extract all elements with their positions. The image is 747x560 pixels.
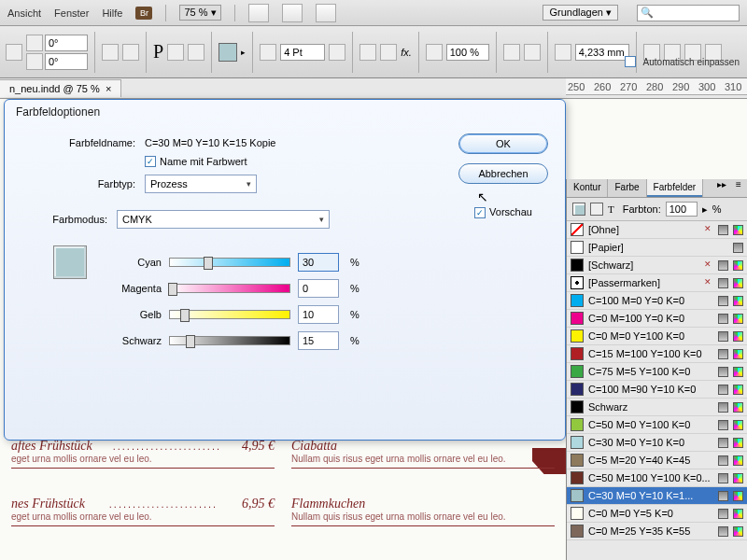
zoom-level[interactable]: 75 % ▾ <box>179 5 220 21</box>
container-icon[interactable] <box>590 203 603 216</box>
cyan-input[interactable] <box>298 253 339 272</box>
swatch-row[interactable]: C=0 M=0 Y=5 K=0 <box>567 505 747 523</box>
color-mode-b-icon <box>733 438 743 448</box>
tint-arrow-icon[interactable]: ▸ <box>702 203 708 216</box>
tint-input[interactable] <box>666 202 698 217</box>
black-input[interactable] <box>298 331 339 350</box>
name-with-value-checkbox[interactable] <box>145 156 156 167</box>
swatch-row[interactable]: C=5 M=20 Y=40 K=45 <box>567 452 747 469</box>
color-mode-b-icon <box>733 402 743 413</box>
color-mode-b-icon <box>733 420 743 430</box>
rotate-input[interactable] <box>45 35 88 51</box>
panel-tabstrip: Kontur Farbe Farbfelder ▸▸ ≡ <box>567 179 747 198</box>
swatch-name: [Ohne] <box>588 224 698 235</box>
view-mode-2-icon[interactable] <box>282 4 303 22</box>
swatch-row[interactable]: C=15 M=100 Y=100 K=0 <box>567 345 747 363</box>
stroke-weight-input[interactable] <box>280 44 325 61</box>
chevron-right-icon[interactable]: ▸ <box>241 48 246 57</box>
swatch-row[interactable]: C=50 M=100 Y=100 K=0... <box>567 469 747 487</box>
shear-icon[interactable] <box>26 53 43 70</box>
color-mode-b-icon <box>733 473 743 483</box>
swatch-chip <box>571 489 584 502</box>
crop-icon[interactable] <box>555 44 571 61</box>
fill-swatch[interactable] <box>218 43 237 62</box>
swatch-row[interactable]: C=30 M=0 Y=10 K=1... <box>567 487 747 505</box>
color-mode-b-icon <box>733 509 743 519</box>
shear-input[interactable] <box>45 53 88 70</box>
opacity-input[interactable] <box>446 44 489 61</box>
search-input[interactable]: 🔍 <box>637 5 740 21</box>
preview-checkbox[interactable] <box>474 207 486 218</box>
paragraph-icon[interactable]: P <box>153 41 163 63</box>
document-tab[interactable]: n_neu.indd @ 75 % × <box>0 79 121 97</box>
width-input[interactable] <box>575 44 629 61</box>
color-mode-select[interactable]: CMYK▾ <box>117 210 330 229</box>
magenta-input[interactable] <box>298 279 339 298</box>
swatch-chip <box>571 223 584 236</box>
tab-farbfelder[interactable]: Farbfelder <box>647 179 704 197</box>
swatch-row[interactable]: C=100 M=0 Y=0 K=0 <box>567 292 747 310</box>
color-mode-a-icon <box>718 385 728 395</box>
cyan-slider[interactable] <box>169 258 290 267</box>
text-icon[interactable]: T <box>608 203 614 215</box>
swatch-row[interactable]: C=0 M=100 Y=0 K=0 <box>567 310 747 328</box>
color-mode-b-icon <box>733 225 743 235</box>
swatch-row[interactable]: C=100 M=90 Y=10 K=0 <box>567 381 747 399</box>
swatch-row[interactable]: [Schwarz]✕ <box>567 257 747 274</box>
fill-stroke-icon[interactable] <box>572 203 585 216</box>
swatch-row[interactable]: C=0 M=25 Y=35 K=55 <box>567 523 747 540</box>
menu-ansicht[interactable]: Ansicht <box>7 7 41 19</box>
color-mode-label: Farbmodus: <box>25 214 117 225</box>
swatch-row[interactable]: C=0 M=0 Y=100 K=0 <box>567 328 747 345</box>
view-mode-1-icon[interactable] <box>248 4 269 22</box>
menu-hilfe[interactable]: Hilfe <box>102 7 122 19</box>
panel-collapse-icon[interactable]: ▸▸ <box>713 179 730 197</box>
swatch-row[interactable]: C=30 M=0 Y=10 K=0 <box>567 434 747 452</box>
magenta-slider[interactable] <box>169 284 290 293</box>
autofit-checkbox[interactable] <box>625 56 636 67</box>
cancel-button[interactable]: Abbrechen <box>458 163 548 184</box>
opacity-icon[interactable] <box>426 44 443 61</box>
swatch-row[interactable]: C=50 M=0 Y=100 K=0 <box>567 416 747 434</box>
flip-v-icon[interactable] <box>122 44 139 61</box>
yellow-slider[interactable] <box>169 310 290 319</box>
yellow-input[interactable] <box>298 305 339 324</box>
workspace-selector[interactable]: Grundlagen ▾ <box>543 5 618 21</box>
panel-menu-icon[interactable]: ≡ <box>730 179 747 197</box>
rotate-icon[interactable] <box>26 35 43 51</box>
view-mode-3-icon[interactable] <box>316 4 336 22</box>
black-slider[interactable] <box>169 336 290 345</box>
color-mode-a-icon <box>718 509 728 519</box>
wrap-2-icon[interactable] <box>524 44 541 61</box>
swatch-row[interactable]: [Passermarken]✕ <box>567 274 747 292</box>
swatch-row[interactable]: [Papier] <box>567 239 747 257</box>
tab-farbe[interactable]: Farbe <box>608 179 646 197</box>
stroke-style-icon[interactable] <box>329 44 345 61</box>
swatch-row[interactable]: Schwarz <box>567 399 747 416</box>
sep <box>234 5 235 21</box>
ok-button[interactable]: OK <box>458 133 548 154</box>
swatch-row[interactable]: C=75 M=5 Y=100 K=0 <box>567 363 747 381</box>
swatch-name: C=0 M=25 Y=35 K=55 <box>588 525 713 537</box>
menu-fenster[interactable]: Fenster <box>54 7 89 19</box>
tab-kontur[interactable]: Kontur <box>567 179 608 197</box>
color-mode-a-icon <box>718 225 728 235</box>
swatch-list[interactable]: [Ohne]✕[Papier][Schwarz]✕[Passermarken]✕… <box>567 221 747 560</box>
stroke-icon[interactable] <box>260 44 276 61</box>
flip-h-icon[interactable] <box>102 44 119 61</box>
bridge-icon[interactable]: Br <box>135 7 152 20</box>
wrap-1-icon[interactable] <box>503 44 520 61</box>
swatch-chip <box>571 507 584 520</box>
swatch-name: C=30 M=0 Y=10 K=0 <box>588 437 713 448</box>
color-type-select[interactable]: Prozess▾ <box>145 175 257 193</box>
ref-point-icon[interactable] <box>6 44 22 61</box>
swatch-row[interactable]: [Ohne]✕ <box>567 221 747 239</box>
fx-a-icon[interactable] <box>359 44 376 61</box>
tool-a-icon[interactable] <box>167 44 184 61</box>
fx-b-icon[interactable] <box>380 44 397 61</box>
close-icon[interactable]: × <box>106 83 111 94</box>
tool-b-icon[interactable] <box>188 44 204 61</box>
dialog-title: Farbfeldoptionen <box>5 100 565 124</box>
document-tabs: n_neu.indd @ 75 % × 250 260 270 280 290 … <box>0 78 747 99</box>
fx-icon[interactable]: fx. <box>401 47 412 58</box>
